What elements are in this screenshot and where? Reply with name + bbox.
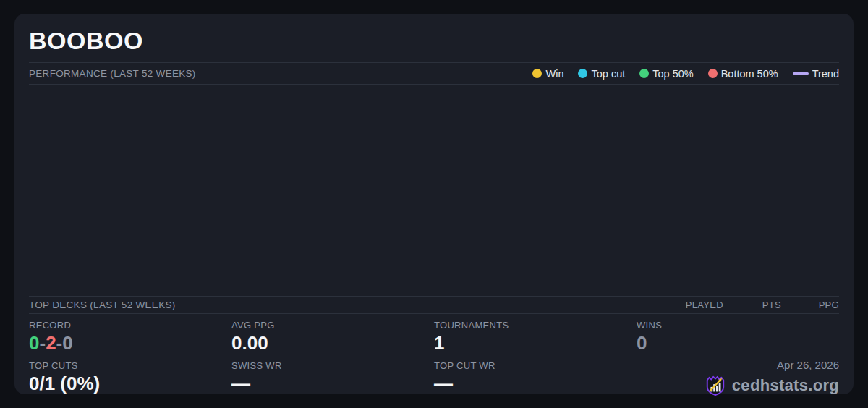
topcut-dot-icon [578,69,587,78]
stat-label: SWISS WR [231,360,434,371]
legend-item-top50: Top 50% [639,68,693,80]
record-separator: - [39,332,46,354]
stat-swiss-wr: SWISS WR — [231,354,434,395]
wins-value: 0 [637,332,839,354]
cedhstats-shield-logo-icon [705,374,726,397]
top50-dot-icon [639,69,649,78]
column-header-ppg: PPG [796,299,839,310]
record-wins: 0 [29,332,39,354]
stat-top-cut-wr: TOP CUT WR — [434,354,637,395]
card-date: Apr 26, 2026 [637,359,839,372]
bottom50-dot-icon [708,69,718,78]
player-name-title: BOOBOO [29,14,839,62]
performance-chart [29,85,839,296]
brand-wordmark: cedhstats.org [732,376,839,395]
record-draws: 0 [62,332,72,354]
tournaments-value: 1 [434,332,637,354]
record-losses: 2 [46,332,56,354]
player-stats-card: BOOBOO PERFORMANCE (LAST 52 WEEKS) Win T… [14,14,854,394]
stat-label: TOP CUT WR [434,360,637,371]
top-decks-column-headers: PLAYED PTS PPG [665,299,839,310]
stat-label: AVG PPG [231,320,434,331]
win-dot-icon [532,69,542,78]
brand-row: cedhstats.org [637,374,839,397]
top-decks-heading: TOP DECKS (LAST 52 WEEKS) [29,299,176,310]
trend-line-icon [793,72,809,75]
legend-label: Top cut [591,68,625,80]
legend-item-bottom50: Bottom 50% [708,68,778,80]
legend-label: Win [545,68,563,80]
top-cuts-value: 0/1 (0%) [29,373,231,395]
stat-top-cuts: TOP CUTS 0/1 (0%) [29,354,231,395]
column-header-pts: PTS [738,299,781,310]
stat-label: RECORD [29,320,231,331]
column-header-played: PLAYED [665,299,723,310]
legend-item-topcut: Top cut [578,68,625,80]
stat-tournaments: TOURNAMENTS 1 [434,314,637,354]
performance-header-row: PERFORMANCE (LAST 52 WEEKS) Win Top cut … [29,62,839,85]
legend-item-win: Win [532,68,563,80]
stat-wins: WINS 0 [637,314,839,354]
swiss-wr-value: — [231,373,434,395]
performance-heading: PERFORMANCE (LAST 52 WEEKS) [29,68,196,79]
stat-label: TOURNAMENTS [434,320,637,331]
legend-label: Top 50% [652,68,693,80]
stat-label: WINS [637,320,839,331]
stat-label: TOP CUTS [29,360,231,371]
top-cut-wr-value: — [434,373,637,395]
record-separator: - [56,332,63,354]
legend-label: Trend [812,68,839,80]
avg-ppg-value: 0.00 [231,332,434,354]
stat-record: RECORD 0-2-0 [29,314,231,354]
stats-summary-grid: RECORD 0-2-0 AVG PPG 0.00 TOURNAMENTS 1 … [29,314,839,395]
footer-brand-block: Apr 26, 2026 cedhstats.org [637,354,839,395]
record-value: 0-2-0 [29,332,231,354]
legend-item-trend: Trend [793,68,839,80]
top-decks-header-row: TOP DECKS (LAST 52 WEEKS) PLAYED PTS PPG [29,296,839,314]
legend-label: Bottom 50% [721,68,778,80]
stat-avg-ppg: AVG PPG 0.00 [231,314,434,354]
chart-legend: Win Top cut Top 50% Bottom 50% Trend [532,68,839,80]
